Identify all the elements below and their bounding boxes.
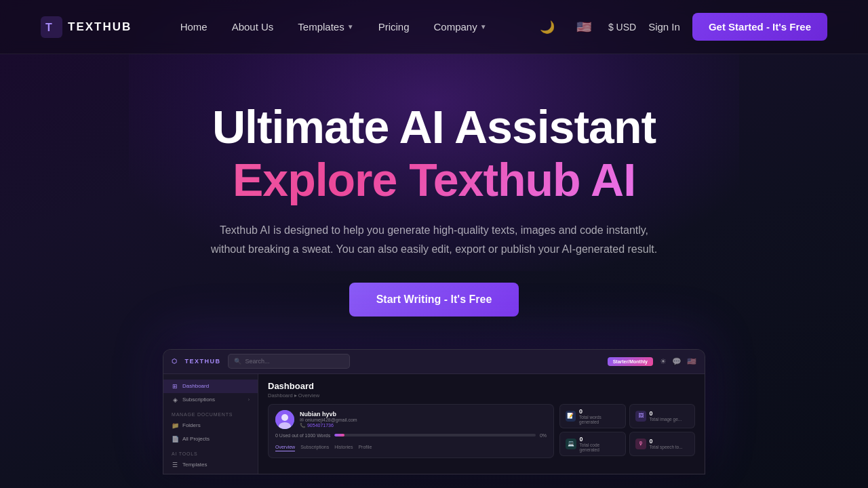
- profile-card: Nubian hyvb ✉ oniumeji428@gmail.com 📞 90…: [268, 404, 554, 458]
- dash-logo-icon: ⬡: [172, 358, 178, 365]
- stat-card-words: 📝 0 Total words generated: [559, 404, 626, 428]
- dash-sun-icon[interactable]: ☀: [660, 357, 667, 366]
- all-projects-icon: 📄: [172, 436, 178, 443]
- currency-button[interactable]: $ USD: [608, 22, 636, 33]
- subscriptions-icon: ◈: [172, 396, 178, 403]
- tab-histories[interactable]: Histories: [334, 443, 353, 451]
- words-progress-fill: [334, 434, 344, 436]
- hero-title-line1: Ultimate AI Assistant: [0, 102, 868, 152]
- words-stat-icon: 📝: [566, 411, 576, 422]
- speech-stat-info: 0 Total speech to...: [650, 438, 683, 449]
- words-progress-bar: [334, 434, 536, 436]
- cta-button[interactable]: Start Writing - It's Free: [349, 283, 519, 317]
- dashboard-sidebar: ⊞ Dashboard ◈ Subscriptions › MANAGE DOC…: [163, 374, 258, 474]
- hero-subtitle: Texthub AI is designed to help you gener…: [203, 221, 665, 258]
- stat-card-images: 🖼 0 Total image ge...: [629, 404, 696, 428]
- get-started-button[interactable]: Get Started - It's Free: [692, 13, 827, 41]
- sidebar-item-folders[interactable]: 📁 Folders: [163, 419, 258, 432]
- ai-tools-label: AI TOOLS: [163, 446, 258, 458]
- dash-avatar-icon[interactable]: 🇺🇸: [687, 357, 696, 366]
- nav-pricing[interactable]: Pricing: [378, 21, 410, 33]
- dash-search-box[interactable]: 🔍 Search...: [228, 354, 350, 369]
- words-stat-value: 0: [579, 408, 620, 415]
- svg-text:T: T: [45, 22, 52, 33]
- sidebar-item-templates[interactable]: ☰ Templates: [163, 458, 258, 472]
- language-button[interactable]: 🇺🇸: [572, 15, 596, 39]
- tab-profile[interactable]: Profile: [358, 443, 372, 451]
- dash-search-placeholder: Search...: [245, 358, 270, 365]
- dashboard-window: ⬡ TEXTHUB 🔍 Search... Starter/Monthly ☀ …: [163, 349, 705, 474]
- company-chevron-icon: ▼: [480, 23, 487, 30]
- logo-icon: T: [41, 16, 62, 38]
- dashboard-breadcrumb: Dashboard ▸ Overview: [268, 392, 695, 399]
- logo-link[interactable]: T TEXTHUB: [41, 16, 132, 38]
- code-stat-label: Total code generated: [580, 443, 620, 452]
- nav-links: Home About Us Templates ▼ Pricing Compan…: [180, 21, 487, 33]
- templates-icon: ☰: [172, 462, 178, 468]
- words-stat-info: 0 Total words generated: [579, 408, 620, 424]
- stats-row-2: 💻 0 Total code generated 🎙 0: [559, 432, 695, 456]
- dashboard-preview: ⬡ TEXTHUB 🔍 Search... Starter/Monthly ☀ …: [0, 349, 868, 474]
- words-progress-label: 0 Used out of 1000 Words: [275, 433, 330, 438]
- profile-phone: 📞 9054071736: [300, 423, 547, 428]
- logo-text: TEXTHUB: [68, 20, 132, 34]
- navbar: T TEXTHUB Home About Us Templates ▼ Pric…: [0, 0, 868, 54]
- dashboard-icon: ⊞: [172, 383, 178, 390]
- dash-logo-text: TEXTHUB: [185, 358, 221, 365]
- sidebar-arrow-icon: ›: [248, 397, 250, 402]
- dashboard-content-row: Nubian hyvb ✉ oniumeji428@gmail.com 📞 90…: [268, 404, 695, 458]
- images-stat-label: Total image ge...: [650, 417, 682, 422]
- stats-row-1: 📝 0 Total words generated 🖼 0: [559, 404, 695, 428]
- nav-right: 🌙 🇺🇸 $ USD Sign In Get Started - It's Fr…: [535, 13, 827, 41]
- sidebar-item-subscriptions[interactable]: ◈ Subscriptions ›: [163, 393, 258, 407]
- currency-label: $ USD: [608, 22, 636, 33]
- stats-panel: 📝 0 Total words generated 🖼 0: [559, 404, 695, 458]
- tab-subscriptions[interactable]: Subscriptions: [300, 443, 329, 451]
- dash-topbar-icons: ☀ 💬 🇺🇸: [660, 357, 696, 366]
- folders-icon: 📁: [172, 422, 178, 429]
- profile-info: Nubian hyvb ✉ oniumeji428@gmail.com 📞 90…: [300, 411, 547, 428]
- nav-company[interactable]: Company ▼: [433, 21, 486, 33]
- dashboard-tabs: Overview Subscriptions Histories Profile: [275, 443, 547, 451]
- speech-stat-value: 0: [650, 438, 683, 445]
- speech-stat-icon: 🎙: [635, 439, 646, 449]
- user-avatar: [275, 410, 294, 429]
- images-stat-info: 0 Total image ge...: [650, 410, 682, 422]
- dashboard-main: Dashboard Dashboard ▸ Overview: [258, 374, 705, 474]
- profile-email: ✉ oniumeji428@gmail.com: [300, 418, 547, 423]
- profile-username: Nubian hyvb: [300, 411, 547, 418]
- avatar-svg: [275, 410, 294, 429]
- profile-header: Nubian hyvb ✉ oniumeji428@gmail.com 📞 90…: [275, 410, 547, 429]
- words-stat-label: Total words generated: [579, 415, 620, 424]
- tab-overview[interactable]: Overview: [275, 443, 295, 451]
- images-stat-value: 0: [650, 410, 682, 417]
- words-progress-row: 0 Used out of 1000 Words 0%: [275, 433, 547, 438]
- stat-card-code: 💻 0 Total code generated: [559, 432, 626, 456]
- nav-templates[interactable]: Templates ▼: [298, 21, 353, 33]
- sidebar-item-dashboard[interactable]: ⊞ Dashboard: [163, 380, 258, 393]
- code-stat-info: 0 Total code generated: [580, 436, 620, 452]
- hero-section: Ultimate AI Assistant Explore Texthub AI…: [0, 54, 868, 317]
- templates-chevron-icon: ▼: [347, 23, 354, 30]
- dash-bell-icon[interactable]: 💬: [672, 357, 682, 366]
- dashboard-page-title: Dashboard: [268, 381, 695, 391]
- nav-home[interactable]: Home: [180, 21, 208, 33]
- speech-stat-label: Total speech to...: [650, 445, 683, 449]
- sidebar-item-all-projects[interactable]: 📄 All Projects: [163, 432, 258, 446]
- svg-point-3: [281, 414, 288, 421]
- code-stat-value: 0: [580, 436, 620, 443]
- stat-card-speech: 🎙 0 Total speech to...: [629, 432, 696, 456]
- dashboard-topbar: ⬡ TEXTHUB 🔍 Search... Starter/Monthly ☀ …: [163, 350, 705, 374]
- nav-about[interactable]: About Us: [232, 21, 274, 33]
- hero-title-line2: Explore Texthub AI: [0, 152, 868, 208]
- dashboard-body: ⊞ Dashboard ◈ Subscriptions › MANAGE DOC…: [163, 374, 705, 474]
- images-stat-icon: 🖼: [635, 411, 646, 422]
- words-progress-pct: 0%: [540, 433, 547, 438]
- code-stat-icon: 💻: [566, 439, 576, 449]
- theme-toggle-button[interactable]: 🌙: [535, 15, 559, 39]
- manage-documents-label: MANAGE DOCUMENTS: [163, 407, 258, 419]
- sign-in-button[interactable]: Sign In: [648, 21, 680, 33]
- dash-search-icon: 🔍: [234, 358, 241, 365]
- dash-plan-badge: Starter/Monthly: [608, 357, 653, 366]
